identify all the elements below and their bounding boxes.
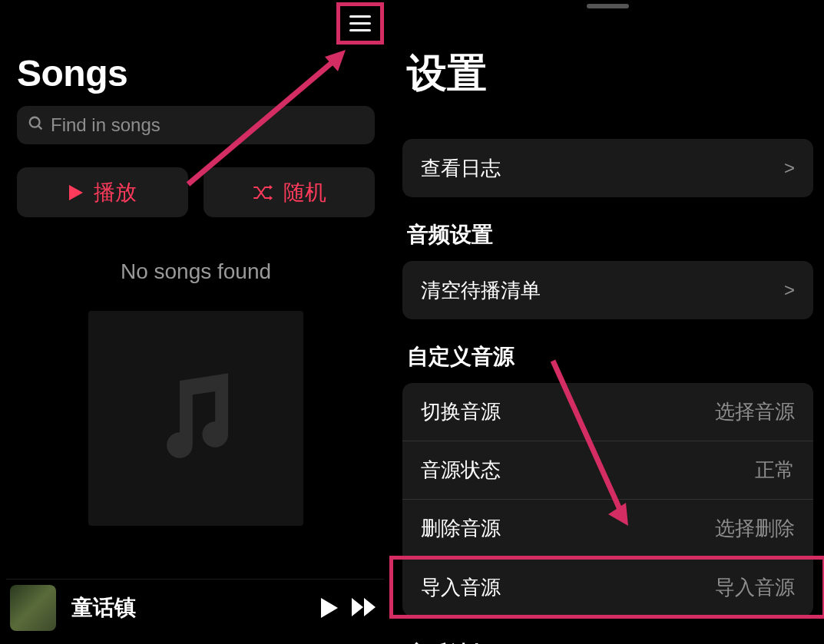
- chevron-right-icon: >: [784, 157, 795, 179]
- settings-item-view-logs[interactable]: 查看日志 >: [402, 139, 813, 197]
- shuffle-button[interactable]: 随机: [204, 167, 375, 217]
- svg-marker-7: [364, 598, 376, 616]
- svg-marker-4: [270, 196, 273, 200]
- hamburger-highlight: [336, 2, 384, 45]
- settings-item-label: 清空待播清单: [421, 277, 541, 304]
- now-playing-title: 童话镇: [71, 593, 321, 623]
- play-button-label: 播放: [94, 178, 137, 207]
- section-header-quality: 音质选择: [407, 639, 824, 644]
- settings-title: 设置: [407, 47, 824, 101]
- shuffle-button-label: 随机: [283, 178, 326, 207]
- section-header-audio: 音频设置: [407, 220, 824, 249]
- svg-marker-5: [321, 598, 338, 618]
- hamburger-menu-icon[interactable]: [349, 15, 371, 31]
- settings-item-clear-queue[interactable]: 清空待播清单 >: [402, 261, 813, 319]
- settings-item-label: 导入音源: [421, 574, 501, 601]
- play-icon: [69, 185, 83, 200]
- svg-marker-6: [352, 598, 363, 616]
- settings-item-value: 正常: [755, 457, 795, 484]
- svg-line-1: [38, 126, 42, 130]
- svg-marker-3: [270, 185, 273, 190]
- settings-item-label: 查看日志: [421, 155, 501, 182]
- search-input[interactable]: Find in songs: [17, 106, 375, 144]
- songs-screen: Songs Find in songs 播放: [0, 0, 392, 644]
- settings-item-value: 选择删除: [715, 515, 795, 542]
- import-source-highlight: 导入音源 导入音源: [392, 558, 824, 616]
- play-icon[interactable]: [321, 598, 338, 618]
- svg-point-0: [30, 117, 40, 127]
- search-placeholder: Find in songs: [51, 114, 160, 136]
- forward-icon[interactable]: [352, 598, 376, 616]
- now-playing-bar[interactable]: 童话镇: [6, 579, 384, 636]
- section-header-custom-source: 自定义音源: [407, 342, 824, 372]
- settings-item-source-status[interactable]: 音源状态 正常: [402, 441, 813, 500]
- settings-item-value: 选择音源: [715, 398, 795, 425]
- settings-item-import-source[interactable]: 导入音源 导入音源: [402, 558, 813, 616]
- chevron-right-icon: >: [784, 279, 795, 301]
- now-playing-artwork: [10, 585, 56, 631]
- settings-item-switch-source[interactable]: 切换音源 选择音源: [402, 383, 813, 441]
- settings-screen: 设置 查看日志 > 音频设置 清空待播清单 > 自定义音源 切换音源 选择音源 …: [392, 0, 824, 644]
- action-buttons-row: 播放 随机: [17, 167, 375, 217]
- drag-handle[interactable]: [587, 4, 629, 8]
- music-note-icon: [142, 365, 250, 472]
- search-icon: [28, 115, 45, 135]
- empty-state-artwork: [88, 311, 303, 526]
- page-title: Songs: [17, 52, 392, 94]
- svg-marker-2: [69, 185, 83, 200]
- shuffle-icon: [253, 184, 273, 201]
- now-playing-controls: [321, 598, 376, 618]
- settings-item-delete-source[interactable]: 删除音源 选择删除: [402, 500, 813, 558]
- play-button[interactable]: 播放: [17, 167, 188, 217]
- settings-item-value: 导入音源: [715, 574, 795, 601]
- settings-item-label: 切换音源: [421, 398, 501, 425]
- settings-item-label: 音源状态: [421, 457, 501, 484]
- empty-state-message: No songs found: [0, 259, 392, 284]
- settings-item-label: 删除音源: [421, 515, 501, 542]
